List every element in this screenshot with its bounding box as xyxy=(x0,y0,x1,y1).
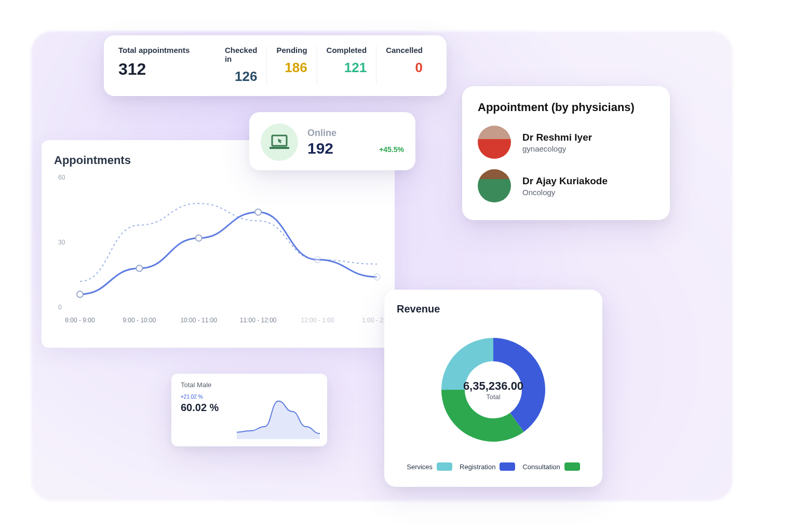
online-delta: +45.5% xyxy=(379,145,404,154)
svg-point-1 xyxy=(136,265,142,271)
revenue-legend: ServicesRegistrationConsultation xyxy=(397,462,590,471)
svg-point-2 xyxy=(196,235,202,241)
stat-pending: Pending 186 xyxy=(266,46,316,85)
legend-label: Registration xyxy=(460,463,495,471)
legend-swatch xyxy=(564,462,580,471)
laptop-cursor-icon xyxy=(261,124,298,161)
legend-swatch xyxy=(437,462,452,471)
avatar xyxy=(478,126,511,159)
stat-value: 121 xyxy=(344,60,367,76)
revenue-card: Revenue 6,35,236.00 Total ServicesRegist… xyxy=(384,290,602,487)
physician-name: Dr Ajay Kuriakode xyxy=(522,175,608,187)
appointments-chart-card: Appointments 030608:00 - 9:009:00 - 10:0… xyxy=(42,140,395,348)
legend-item: Consultation xyxy=(522,462,580,471)
stat-value: 0 xyxy=(415,60,423,76)
legend-swatch xyxy=(500,462,515,471)
svg-point-5 xyxy=(374,274,380,280)
total-male-label: Total Male xyxy=(181,381,318,389)
revenue-title: Revenue xyxy=(397,303,590,315)
avatar xyxy=(478,169,511,202)
physician-name: Dr Reshmi Iyer xyxy=(522,132,592,143)
svg-point-3 xyxy=(255,209,261,215)
stat-cancelled: Cancelled 0 xyxy=(376,46,432,85)
physician-spec: Oncology xyxy=(522,188,608,197)
stat-label: Cancelled xyxy=(386,46,423,54)
revenue-total-value: 6,35,236.00 xyxy=(463,379,523,393)
stat-completed: Completed 121 xyxy=(317,46,376,85)
online-card: Online 192 +45.5% xyxy=(249,112,415,170)
stat-checked-in: Checked in 126 xyxy=(215,46,267,85)
physician-spec: gynaecology xyxy=(522,144,592,153)
stats-summary-card: Total appointments 312 Checked in 126Pen… xyxy=(104,35,447,96)
stat-value: 126 xyxy=(235,69,257,85)
total-male-card: Total Male +21.02 % 60.02 % xyxy=(171,374,327,446)
revenue-total-label: Total xyxy=(463,393,523,401)
stat-value: 186 xyxy=(285,60,307,76)
svg-point-4 xyxy=(315,256,321,263)
stat-label: Pending xyxy=(276,46,307,54)
svg-rect-7 xyxy=(270,147,289,149)
physicians-card: Appointment (by physicians) Dr Reshmi Iy… xyxy=(462,86,670,220)
svg-point-0 xyxy=(77,291,83,297)
online-value: 192 xyxy=(307,140,370,157)
physician-row[interactable]: Dr Ajay Kuriakode Oncology xyxy=(478,169,654,202)
stat-total: Total appointments 312 xyxy=(118,46,215,85)
stat-label: Checked in xyxy=(225,46,258,63)
stat-label: Completed xyxy=(327,46,367,54)
appointments-line-chart: 030608:00 - 9:009:00 - 10:0010:00 - 11:0… xyxy=(54,172,382,328)
online-label: Online xyxy=(307,128,370,139)
total-male-sparkline xyxy=(237,398,320,439)
legend-item: Registration xyxy=(460,462,515,471)
physicians-title: Appointment (by physicians) xyxy=(478,101,654,114)
revenue-donut-chart: 6,35,236.00 Total xyxy=(426,322,561,457)
legend-label: Services xyxy=(407,463,433,471)
physician-row[interactable]: Dr Reshmi Iyer gynaecology xyxy=(478,126,654,159)
stat-total-label: Total appointments xyxy=(118,46,215,54)
legend-item: Services xyxy=(407,462,452,471)
stat-total-value: 312 xyxy=(118,60,215,79)
legend-label: Consultation xyxy=(522,463,560,471)
